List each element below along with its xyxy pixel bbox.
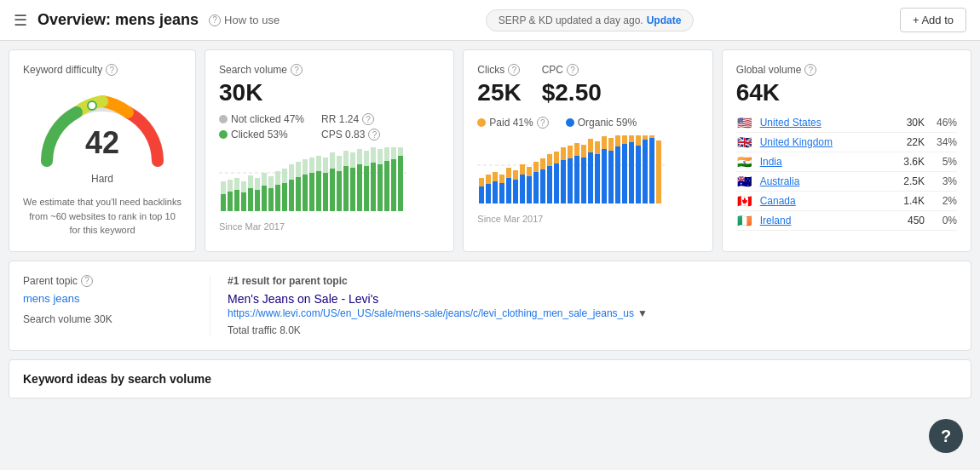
parent-topic-right: #1 result for parent topic Men's Jeans o… (228, 275, 957, 336)
result-url: https://www.levi.com/US/en_US/sale/mens-… (228, 307, 957, 319)
country-name-link[interactable]: United States (760, 117, 888, 129)
svg-rect-78 (547, 154, 552, 166)
organic-dot (566, 118, 574, 127)
result-title-link[interactable]: Men's Jeans on Sale - Levi's (228, 292, 957, 306)
svg-rect-47 (371, 147, 376, 163)
svg-rect-104 (636, 135, 641, 146)
sv-stats: Not clicked 47% Clicked 53% RR 1.24 ? CP… (219, 113, 440, 140)
svg-rect-82 (561, 147, 566, 160)
svg-rect-77 (547, 166, 552, 203)
svg-rect-74 (533, 162, 539, 172)
not-clicked-label: Not clicked 47% (231, 113, 304, 125)
cards-row: Keyword difficulty ? 42 Hard We estimate… (0, 41, 980, 261)
how-to-use-link[interactable]: ? How to use (209, 14, 280, 26)
clicks-cpc-card: Clicks ? 25K CPC ? $2.50 Paid 41% ? (463, 49, 712, 252)
help-icon: ? (209, 14, 221, 26)
header-center: SERP & KD updated a day ago. Update (280, 9, 900, 32)
svg-rect-99 (622, 144, 627, 203)
hamburger-icon[interactable]: ☰ (14, 11, 27, 30)
parent-topic-link[interactable]: mens jeans (23, 292, 79, 305)
svg-rect-31 (316, 156, 321, 171)
parent-topic-search-volume: Search volume 30K (23, 313, 193, 325)
result-url-link[interactable]: https://www.levi.com/US/en_US/sale/mens-… (228, 307, 634, 319)
serp-badge: SERP & KD updated a day ago. Update (486, 9, 695, 32)
svg-rect-19 (275, 171, 280, 185)
svg-rect-81 (561, 160, 566, 203)
organic-label: Organic 59% (578, 117, 637, 129)
svg-rect-86 (574, 143, 579, 156)
svg-rect-106 (643, 135, 648, 140)
svg-rect-45 (364, 151, 369, 166)
country-percent: 3% (931, 175, 957, 187)
country-volume: 3.6K (895, 156, 925, 168)
svg-rect-22 (289, 180, 294, 211)
gauge-container: 42 (34, 84, 170, 169)
svg-rect-16 (268, 188, 274, 211)
country-name-link[interactable]: India (760, 156, 888, 168)
svg-rect-62 (493, 172, 498, 181)
paid-stat: Paid 41% ? (477, 117, 548, 129)
sv-rr-cps-stats: RR 1.24 ? CPS 0.83 ? (321, 113, 380, 140)
gv-help-icon[interactable]: ? (804, 64, 816, 76)
country-percent: 0% (931, 215, 957, 226)
svg-rect-65 (506, 178, 511, 203)
dropdown-chevron-icon[interactable]: ▼ (637, 307, 648, 319)
svg-point-0 (88, 101, 96, 110)
svg-rect-8 (241, 192, 246, 211)
country-name-link[interactable]: Ireland (760, 215, 888, 226)
country-list: 🇺🇸 United States 30K 46% 🇬🇧 United Kingd… (736, 113, 957, 231)
svg-rect-40 (350, 168, 355, 211)
country-volume: 1.4K (895, 195, 925, 207)
organic-stat: Organic 59% (566, 117, 637, 129)
sv-help-icon[interactable]: ? (291, 64, 303, 76)
page-title: Overview: mens jeans (37, 11, 199, 29)
clicks-help-icon[interactable]: ? (508, 64, 520, 76)
cps-help-icon[interactable]: ? (368, 129, 380, 140)
svg-rect-28 (309, 173, 314, 211)
svg-rect-46 (371, 163, 376, 211)
svg-rect-88 (581, 145, 586, 158)
country-percent: 46% (931, 117, 957, 129)
country-name-link[interactable]: Canada (760, 195, 888, 207)
svg-rect-83 (568, 158, 573, 203)
svg-rect-15 (262, 173, 267, 186)
parent-topic-help-icon[interactable]: ? (81, 275, 93, 287)
svg-rect-21 (282, 169, 287, 183)
svg-rect-66 (506, 168, 511, 178)
country-flag-icon: 🇬🇧 (736, 136, 753, 148)
svg-rect-2 (221, 194, 226, 211)
svg-rect-76 (540, 158, 545, 169)
bottom-section: Parent topic ? mens jeans Search volume … (0, 261, 980, 407)
kd-help-icon[interactable]: ? (106, 64, 118, 76)
svg-rect-70 (520, 164, 525, 175)
country-name-link[interactable]: Australia (760, 175, 888, 187)
serp-update-link[interactable]: Update (647, 14, 682, 26)
svg-rect-33 (323, 158, 328, 173)
svg-rect-27 (303, 159, 308, 175)
clicks-chart (477, 135, 698, 210)
svg-rect-108 (649, 135, 654, 138)
cpc-help-icon[interactable]: ? (567, 64, 579, 76)
svg-rect-41 (350, 152, 355, 168)
svg-rect-64 (499, 175, 504, 183)
clicks-bar-chart-svg (477, 135, 665, 208)
svg-rect-23 (289, 164, 294, 180)
clicks-section: Clicks ? 25K (477, 64, 521, 113)
parent-topic-left: Parent topic ? mens jeans Search volume … (23, 275, 210, 336)
header-right: + Add to (900, 8, 966, 32)
not-clicked-dot (219, 115, 228, 123)
paid-help-icon[interactable]: ? (537, 117, 549, 129)
add-to-button[interactable]: + Add to (900, 8, 966, 32)
svg-rect-42 (357, 164, 362, 211)
cpc-value: $2.50 (542, 79, 602, 106)
svg-rect-43 (357, 149, 362, 164)
gv-label: Global volume ? (736, 64, 957, 76)
svg-rect-93 (602, 149, 607, 203)
cps-label: CPS 0.83 (321, 129, 365, 140)
cpc-section: CPC ? $2.50 (542, 64, 602, 113)
country-name-link[interactable]: United Kingdom (760, 136, 888, 148)
gv-value: 64K (736, 79, 957, 106)
country-row: 🇮🇳 India 3.6K 5% (736, 152, 957, 172)
paid-dot (477, 118, 486, 127)
rr-help-icon[interactable]: ? (362, 113, 374, 125)
